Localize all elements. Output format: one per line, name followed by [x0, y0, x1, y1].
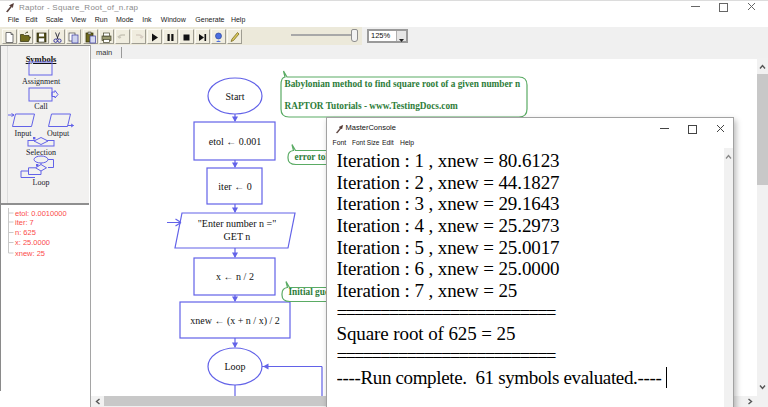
svg-text:xnew: 25: xnew: 25: [15, 249, 45, 258]
svg-text:Loop: Loop: [224, 361, 245, 372]
svg-text:x ← n / 2: x ← n / 2: [216, 271, 254, 282]
svg-text:Call: Call: [34, 102, 48, 111]
svg-text:Start: Start: [226, 91, 245, 102]
svg-text:Assignment: Assignment: [22, 77, 61, 86]
svg-text:Loop: Loop: [33, 178, 50, 187]
svg-text:Output: Output: [47, 129, 70, 138]
svg-text:etol: 0.0010000: etol: 0.0010000: [15, 209, 67, 218]
svg-text:n: 625: n: 625: [15, 228, 36, 237]
svg-text:Babylonian method to find squa: Babylonian method to find square root of…: [285, 79, 521, 89]
svg-text:Input: Input: [15, 129, 33, 138]
svg-text:iter ← 0: iter ← 0: [218, 181, 251, 192]
svg-text:xnew ← (x + n / x) / 2: xnew ← (x + n / x) / 2: [190, 315, 280, 327]
svg-text:etol ← 0.001: etol ← 0.001: [209, 136, 262, 147]
svg-text:RAPTOR Tutorials - www.Testing: RAPTOR Tutorials - www.TestingDocs.com: [285, 101, 459, 111]
svg-text:Selection: Selection: [26, 148, 56, 157]
svg-text:x: 25.0000: x: 25.0000: [15, 238, 50, 247]
svg-text:iter: 7: iter: 7: [15, 218, 34, 227]
svg-text:GET n: GET n: [224, 231, 251, 242]
svg-text:"Enter number n =": "Enter number n =": [198, 218, 277, 229]
